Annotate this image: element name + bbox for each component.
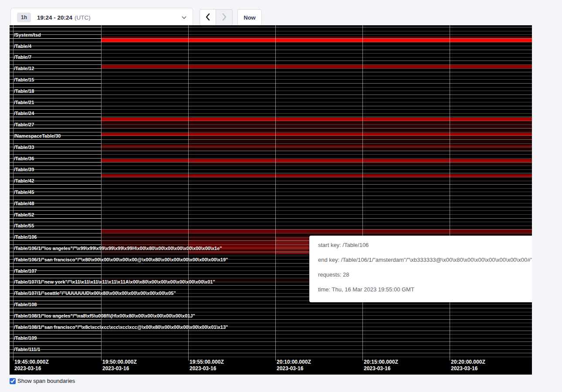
- span-boundary-line: [10, 226, 532, 226]
- span-boundary-line: [10, 192, 532, 192]
- span-boundary-line: [10, 132, 532, 132]
- row-label: /Table/36: [14, 155, 34, 162]
- time-gridline: [362, 25, 363, 361]
- next-interval-button[interactable]: [216, 9, 233, 26]
- span-boundary-line: [10, 61, 532, 61]
- row-label: /Table/4: [14, 43, 31, 49]
- tooltip-time: time: Thu, 16 Mar 2023 19:55:00 GMT: [318, 286, 532, 293]
- span-boundary-line: [10, 331, 532, 331]
- span-boundary-line: [10, 312, 532, 312]
- span-boundary-line: [10, 128, 532, 128]
- span-boundary-line: [10, 98, 532, 98]
- time-gridline: [101, 25, 102, 361]
- span-boundary-line: [10, 177, 532, 177]
- span-boundary-line: [10, 113, 532, 114]
- show-span-boundaries-label: Show span boundaries: [17, 378, 75, 384]
- row-label: /System/tsd: [14, 32, 41, 38]
- show-span-boundaries-checkbox[interactable]: [10, 378, 16, 384]
- time-gridline: [188, 25, 189, 361]
- x-axis-tick-label: 20:10:00.000Z2023-03-16: [277, 359, 311, 372]
- span-boundary-line: [10, 151, 532, 151]
- span-boundary-line: [10, 188, 532, 189]
- span-boundary-line: [10, 109, 532, 110]
- span-boundary-line: [10, 95, 532, 95]
- span-boundary-line: [10, 166, 532, 166]
- previous-interval-button[interactable]: [200, 9, 216, 26]
- span-boundary-line: [10, 135, 532, 136]
- tooltip-end-key: end key: /Table/106/1/"amsterdam"/"\xb33…: [318, 257, 532, 263]
- tooltip-requests: requests: 28: [318, 271, 532, 278]
- row-label: /Table/27: [14, 122, 34, 128]
- x-axis-tick-label: 19:45:00.000Z2023-03-16: [14, 359, 49, 372]
- time-range-timezone: (UTC): [74, 14, 91, 21]
- span-boundary-line: [10, 42, 532, 42]
- span-boundary-line: [10, 79, 532, 80]
- row-label: /Table/106/1/"san francisco"/"\x80\x00\x…: [14, 257, 228, 263]
- span-boundary-line: [10, 143, 532, 144]
- row-label: /Table/21: [14, 99, 34, 105]
- span-boundary-line: [10, 353, 532, 353]
- tooltip-start-key: start key: /Table/106: [318, 242, 532, 248]
- row-label: /NamespaceTable/30: [14, 133, 61, 139]
- span-boundary-line: [10, 72, 532, 72]
- time-range-select[interactable]: 1h 19:24 - 20:24 (UTC): [10, 8, 193, 27]
- time-nav-group: [200, 9, 233, 26]
- span-boundary-line: [10, 46, 532, 46]
- span-boundary-line: [10, 38, 532, 39]
- row-label: /Table/45: [14, 189, 34, 195]
- span-boundary-line: [10, 169, 532, 170]
- span-boundary-line: [10, 158, 532, 159]
- heatmap-band: [101, 65, 532, 68]
- span-boundary-line: [10, 125, 532, 125]
- chevron-right-icon: [222, 14, 227, 22]
- span-boundary-line: [10, 338, 532, 338]
- span-boundary-line: [10, 64, 532, 65]
- time-range-label: 19:24 - 20:24: [37, 14, 72, 21]
- row-label: /Table/18: [14, 88, 34, 94]
- span-boundary-line: [10, 139, 532, 140]
- span-boundary-line: [10, 222, 532, 222]
- row-label: /Table/12: [14, 65, 34, 71]
- chevron-left-icon: [206, 14, 210, 22]
- span-boundary-line: [10, 154, 532, 155]
- span-boundary-line: [10, 27, 532, 27]
- span-boundary-line: [10, 345, 532, 346]
- span-boundary-line: [10, 218, 532, 219]
- row-label: /Table/7: [14, 54, 31, 60]
- span-boundary-line: [10, 76, 532, 76]
- span-boundary-line: [10, 87, 532, 88]
- row-label: /Table/108/1/"los angeles"/"\xa8\xf5\u00…: [14, 313, 195, 319]
- span-boundary-line: [10, 147, 532, 147]
- span-boundary-line: [10, 323, 532, 323]
- key-visualizer-heatmap[interactable]: /System/tsd/Table/4/Table/7/Table/12/Tab…: [10, 25, 532, 375]
- row-label: /Table/24: [14, 110, 34, 116]
- now-button[interactable]: Now: [237, 9, 262, 26]
- span-boundary-line: [10, 308, 532, 308]
- row-label: /Table/52: [14, 212, 34, 218]
- span-boundary-line: [10, 102, 532, 102]
- heatmap-band: [101, 230, 532, 233]
- row-label: /Table/108/1/"san francisco"/"\x8c\xcc\x…: [14, 324, 228, 330]
- span-boundary-line: [10, 233, 532, 233]
- chevron-down-icon: [182, 16, 186, 19]
- row-label: /Table/42: [14, 178, 34, 184]
- span-boundary-line: [10, 319, 532, 320]
- row-label: /Table/106: [14, 234, 37, 240]
- row-label: /Table/15: [14, 77, 34, 83]
- row-label: /Table/48: [14, 200, 34, 206]
- span-boundary-line: [10, 50, 532, 50]
- row-label: /Table/107/1/"new york"/"\x11\x11\x11\x1…: [14, 279, 215, 285]
- x-axis-tick-label: 19:55:00.000Z2023-03-16: [190, 359, 224, 372]
- row-label: /Table/109: [14, 335, 37, 341]
- footer-controls: Show span boundaries: [10, 378, 75, 384]
- heatmap-band: [101, 38, 532, 42]
- span-tooltip: start key: /Table/106 end key: /Table/10…: [309, 236, 532, 302]
- time-gridline: [450, 25, 450, 361]
- span-boundary-line: [10, 357, 532, 357]
- heatmap-band: [101, 159, 532, 162]
- span-boundary-line: [10, 341, 532, 342]
- span-boundary-line: [10, 34, 532, 35]
- span-boundary-line: [10, 304, 532, 304]
- time-gridline: [13, 25, 14, 361]
- x-axis-tick-label: 19:50:00.000Z2023-03-16: [102, 359, 137, 372]
